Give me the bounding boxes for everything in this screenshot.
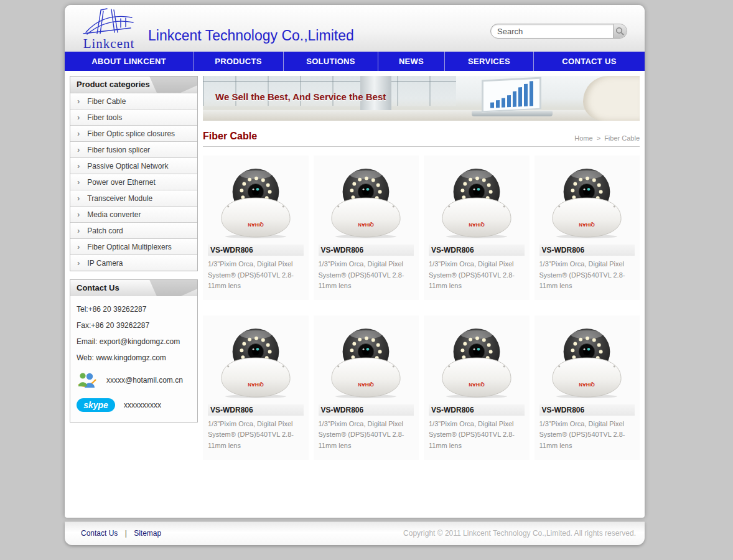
contact-web[interactable]: Web: www.kingdomgz.com xyxy=(77,353,191,362)
skype-icon[interactable]: skype xyxy=(77,398,115,412)
product-image[interactable]: QIHAN xyxy=(319,320,414,402)
product-card[interactable]: QIHAN VS-WDR806 1/3"Pixim Orca, Digital … xyxy=(535,315,640,460)
sidebar-category-item[interactable]: › Fiber fusion splicer xyxy=(70,141,197,157)
msn-row: xxxxx@hotamil.com.cn xyxy=(77,371,191,390)
dome-camera-image: QIHAN xyxy=(329,162,403,240)
chevron-right-icon: › xyxy=(77,129,80,138)
footer-link-sitemap[interactable]: Sitemap xyxy=(134,529,161,538)
category-label: Fiber Optic splice closures xyxy=(87,129,175,138)
product-description: 1/3"Pixim Orca, Digital Pixel System® (D… xyxy=(429,419,525,452)
chevron-right-icon: › xyxy=(77,226,80,235)
contact-us-box: Contact Us Tel:+86 20 39262287 Fax:+86 2… xyxy=(70,279,198,422)
product-name[interactable]: VS-WDR806 xyxy=(319,404,414,416)
nav-item[interactable]: NEWS xyxy=(378,52,444,71)
chevron-right-icon: › xyxy=(77,162,80,170)
product-card[interactable]: QIHAN VS-WDR806 1/3"Pixim Orca, Digital … xyxy=(424,315,530,460)
product-image[interactable]: QIHAN xyxy=(208,160,304,242)
category-label: Fiber fusion splicer xyxy=(87,146,150,154)
breadcrumb-home[interactable]: Home xyxy=(574,134,592,142)
main-panel: We Sell the Best, And Service the Best F… xyxy=(203,76,640,513)
sidebar-category-item[interactable]: › Power over Ethernet xyxy=(70,174,197,190)
sidebar-category-item[interactable]: › Media converter xyxy=(70,206,197,222)
product-name[interactable]: VS-WDR806 xyxy=(539,245,635,256)
footer-link-contact-us[interactable]: Contact Us xyxy=(81,529,118,538)
camera-brand-text: QIHAN xyxy=(469,382,485,388)
nav-item[interactable]: ABOUT LINKCENT xyxy=(65,52,193,71)
logo-text: Linkcent xyxy=(72,36,146,52)
camera-brand-text: QIHAN xyxy=(579,222,595,228)
page-heading-row: Fiber Cable Home > Fiber Cable xyxy=(203,131,640,147)
product-card[interactable]: QIHAN VS-WDR806 1/3"Pixim Orca, Digital … xyxy=(314,156,419,300)
skype-row: skype xxxxxxxxxx xyxy=(77,398,191,412)
contact-email[interactable]: Email: export@kingdomgz.com xyxy=(77,337,191,346)
search-button[interactable] xyxy=(613,24,627,38)
product-name[interactable]: VS-WDR806 xyxy=(429,245,525,256)
product-description: 1/3"Pixim Orca, Digital Pixel System® (D… xyxy=(539,419,635,452)
dome-camera-image: QIHAN xyxy=(440,162,513,240)
dome-camera-image: QIHAN xyxy=(440,322,513,400)
sidebar-category-item[interactable]: › Fiber Cable xyxy=(70,93,197,109)
product-name[interactable]: VS-WDR806 xyxy=(539,404,635,416)
nav-item[interactable]: PRODUCTS xyxy=(193,52,283,71)
search-input[interactable] xyxy=(491,24,613,38)
product-card[interactable]: QIHAN VS-WDR806 1/3"Pixim Orca, Digital … xyxy=(203,156,309,300)
product-description: 1/3"Pixim Orca, Digital Pixel System® (D… xyxy=(429,259,525,292)
product-description: 1/3"Pixim Orca, Digital Pixel System® (D… xyxy=(208,419,304,452)
contact-us-header: Contact Us xyxy=(70,280,197,296)
chevron-right-icon: › xyxy=(77,259,80,267)
dome-camera-image: QIHAN xyxy=(550,322,623,400)
msn-address[interactable]: xxxxx@hotamil.com.cn xyxy=(106,376,183,385)
skype-id[interactable]: xxxxxxxxxx xyxy=(124,401,161,409)
sidebar-category-item[interactable]: › Fiber Optic splice closures xyxy=(70,125,197,141)
sidebar-category-item[interactable]: › IP Camera xyxy=(70,254,197,271)
page-title: Fiber Cable xyxy=(203,131,257,142)
product-description: 1/3"Pixim Orca, Digital Pixel System® (D… xyxy=(319,419,414,452)
product-name[interactable]: VS-WDR806 xyxy=(208,245,304,256)
product-card[interactable]: QIHAN VS-WDR806 1/3"Pixim Orca, Digital … xyxy=(203,315,309,460)
product-name[interactable]: VS-WDR806 xyxy=(429,404,525,416)
banner-blanket xyxy=(583,76,640,121)
nav-item[interactable]: SOLUTIONS xyxy=(283,52,378,71)
category-label: IP Camera xyxy=(87,259,123,268)
dome-camera-image: QIHAN xyxy=(219,322,292,400)
product-name[interactable]: VS-WDR806 xyxy=(208,404,304,416)
contact-fax: Fax:+86 20 39262287 xyxy=(77,321,191,330)
sidebar-category-item[interactable]: › Passive Optical Network xyxy=(70,157,197,174)
product-image[interactable]: QIHAN xyxy=(208,320,304,402)
product-card[interactable]: QIHAN VS-WDR806 1/3"Pixim Orca, Digital … xyxy=(535,156,640,300)
msn-messenger-icon[interactable] xyxy=(77,371,98,390)
category-label: Patch cord xyxy=(87,226,123,235)
product-card[interactable]: QIHAN VS-WDR806 1/3"Pixim Orca, Digital … xyxy=(314,315,419,460)
product-description: 1/3"Pixim Orca, Digital Pixel System® (D… xyxy=(539,259,635,292)
header: Linkcent Linkcent Technology Co.,Limited xyxy=(65,5,645,52)
breadcrumb: Home > Fiber Cable xyxy=(572,134,640,142)
sidebar-category-item[interactable]: › Patch cord xyxy=(70,222,197,238)
sidebar-category-item[interactable]: › Fiber Optical Multiplexers xyxy=(70,238,197,254)
sidebar-category-item[interactable]: › Transceiver Module xyxy=(70,190,197,206)
chevron-right-icon: › xyxy=(77,113,80,121)
nav-item[interactable]: SERVICES xyxy=(444,52,533,71)
chevron-right-icon: › xyxy=(77,178,80,186)
camera-brand-text: QIHAN xyxy=(248,222,264,228)
product-card[interactable]: QIHAN VS-WDR806 1/3"Pixim Orca, Digital … xyxy=(424,156,530,300)
chevron-right-icon: › xyxy=(77,97,80,105)
bridge-logo-icon xyxy=(82,7,136,36)
product-description: 1/3"Pixim Orca, Digital Pixel System® (D… xyxy=(319,259,414,292)
nav-item[interactable]: CONTACT US xyxy=(533,52,645,71)
product-image[interactable]: QIHAN xyxy=(539,160,635,242)
logo[interactable]: Linkcent xyxy=(72,7,146,52)
product-name[interactable]: VS-WDR806 xyxy=(319,245,414,256)
footer: Contact Us | Sitemap Copyright © 2011 Li… xyxy=(65,521,645,545)
category-label: Transceiver Module xyxy=(87,194,152,203)
camera-brand-text: QIHAN xyxy=(579,382,595,388)
sidebar-category-item[interactable]: › Fiber tools xyxy=(70,109,197,125)
product-image[interactable]: QIHAN xyxy=(429,160,525,242)
category-label: Fiber Cable xyxy=(87,97,126,106)
product-image[interactable]: QIHAN xyxy=(319,160,414,242)
product-categories-box: Product categories › Fiber Cable › Fiber… xyxy=(70,76,198,271)
category-label: Fiber Optical Multiplexers xyxy=(87,243,171,251)
category-label: Passive Optical Network xyxy=(87,162,168,170)
product-image[interactable]: QIHAN xyxy=(539,320,635,402)
product-description: 1/3"Pixim Orca, Digital Pixel System® (D… xyxy=(208,259,304,292)
product-image[interactable]: QIHAN xyxy=(429,320,525,402)
